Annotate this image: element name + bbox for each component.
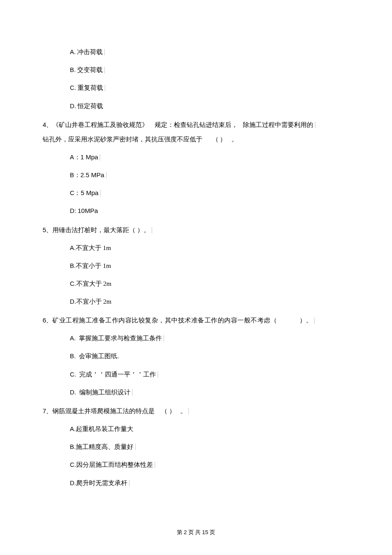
cursor-mark	[135, 444, 135, 450]
q5-option-b: B.不宜小于 1m	[70, 261, 349, 271]
document-page: A. 冲击荷载 B. 交变荷载 C. 重复荷载 D. 恒定荷载 4、《矿山井巷工…	[0, 0, 392, 555]
q6-stem-part-a: 、	[46, 317, 52, 324]
cursor-mark	[106, 172, 107, 178]
q7-option-b: B.施工精度高、质量好	[70, 442, 349, 452]
footer-text-c: 页	[208, 529, 215, 535]
q6-stem: 6、矿业工程施工准备工作内容比较复杂，其中技术准备工作的内容一般不考虑（ ）。	[43, 315, 349, 325]
option-text: 会审施工图纸.	[79, 353, 119, 359]
q4-stem-line2-b: （ ）	[212, 136, 227, 143]
q5-option-a: A.不宜大于 1m	[70, 243, 349, 253]
option-letter: B.	[70, 443, 76, 450]
q6-option-d: D. 编制施工组织设计	[70, 387, 349, 397]
option-letter: B.	[70, 66, 76, 73]
cursor-mark	[129, 480, 130, 486]
option-text: 不宜小于 1m	[76, 262, 111, 269]
q6-stem-part-b: 矿业工程施工准备工作内容比较复杂，其中技术准备工作的内容一般不考虑（	[52, 317, 277, 324]
option-letter: B.	[70, 353, 76, 359]
footer-text-a: 第	[177, 529, 184, 535]
cursor-mark	[132, 389, 133, 396]
q6-stem-part-c: ）。	[300, 317, 312, 324]
option-text: 掌握施工要求与检查施工条件	[79, 335, 162, 342]
q6-option-b: B. 会审施工图纸.	[70, 351, 349, 361]
option-letter: A.	[70, 426, 76, 432]
option-text: 不宜小于 2m	[76, 298, 112, 305]
option-letter: A.	[70, 335, 76, 342]
q4-option-a: A：1 Mpa	[70, 152, 349, 162]
option-text: 爬升时无需支承杆	[76, 480, 127, 486]
cursor-mark	[314, 317, 314, 324]
cursor-mark	[104, 67, 105, 73]
q3-options: A. 冲击荷载 B. 交变荷载 C. 重复荷载 D. 恒定荷载	[70, 47, 349, 111]
q4-stem-part-b: 规定：检查钻孔钻进结束后，	[155, 121, 238, 128]
q5-options: A.不宜大于 1m B.不宜小于 1m C.不宜大于 2m D.不宜小于 2m	[70, 243, 349, 307]
option-letter: D.	[70, 389, 76, 396]
option-text: 10MPa	[78, 207, 98, 214]
option-text: 冲击荷载	[77, 49, 103, 55]
cursor-mark	[188, 408, 189, 414]
cursor-mark	[104, 49, 105, 55]
q7-stem-part-b: （ ）	[161, 408, 176, 414]
option-letter: B.	[70, 262, 76, 269]
q4-options: A：1 Mpa B：2.5 MPa C：5 Mpa D: 10MPa	[70, 152, 349, 216]
q7-stem: 7、钢筋混凝土井塔爬模施工法的特点是 （ ） 。	[43, 406, 349, 416]
q4-option-d: D: 10MPa	[70, 206, 349, 216]
option-text: 不宜大于 2m	[76, 280, 112, 287]
option-letter: C.	[70, 371, 76, 378]
q4-stem-part-c: 除施工过程中需要利用的	[243, 121, 313, 128]
option-letter: D.	[70, 103, 76, 109]
option-text: 5 Mpa	[81, 189, 98, 196]
q5-stem: 5、用锤击法打桩时，最大落距（ ）。	[43, 225, 349, 235]
footer-page-total: 15	[202, 529, 208, 535]
option-letter: C：	[70, 190, 81, 196]
cursor-mark	[158, 371, 158, 378]
option-text: 1 Mpa	[81, 153, 98, 161]
option-letter: D.	[70, 480, 76, 486]
q3-option-c: C. 重复荷载	[70, 83, 349, 93]
cursor-mark	[155, 462, 155, 468]
option-letter: C.	[70, 280, 76, 287]
option-text: 施工精度高、质量好	[76, 443, 133, 450]
option-letter: B：	[70, 172, 81, 178]
cursor-mark	[100, 154, 100, 161]
q7-stem-part-a: 、钢筋混凝土井塔爬模施工法的特点是	[46, 408, 155, 414]
cursor-mark	[152, 227, 152, 233]
q4-option-b: B：2.5 MPa	[70, 170, 349, 180]
page-footer: 第 2 页 共 15 页	[0, 528, 392, 537]
option-text: 交变荷载	[77, 66, 103, 73]
q4-stem-line2-a: 钻孔外，应采用水泥砂浆严密封堵，其抗压强度不应低于	[43, 136, 202, 143]
q3-option-a: A. 冲击荷载	[70, 47, 349, 57]
option-text: 不宜大于 1m	[76, 244, 111, 251]
q7-option-c: C.因分层施工而结构整体性差	[70, 460, 349, 470]
q5-stem-text: 、用锤击法打桩时，最大落距（ ）。	[46, 227, 150, 233]
cursor-mark	[105, 85, 105, 91]
q7-option-a: A.起重机吊装工作量大	[70, 424, 349, 434]
q7-stem-part-c: 。	[180, 408, 187, 414]
option-letter: D:	[70, 207, 76, 214]
option-text: 2.5 MPa	[81, 171, 104, 178]
q6-option-c: C. 完成＇＇四通一平＇＇工作	[70, 369, 349, 380]
option-letter: A：	[70, 154, 81, 161]
q4-stem: 4、《矿山井巷工程施工及验收规范》 规定：检查钻孔钻进结束后， 除施工过程中需要…	[43, 120, 349, 144]
q7-option-d: D.爬升时无需支承杆	[70, 478, 349, 488]
q4-option-c: C：5 Mpa	[70, 188, 349, 198]
option-text: 重复荷载	[78, 84, 103, 91]
q4-stem-part-a: 、《矿山井巷工程施工及验收规范》	[46, 121, 148, 128]
option-text: 因分层施工而结构整体性差	[76, 461, 153, 468]
cursor-mark	[100, 190, 101, 196]
cursor-mark	[315, 122, 315, 128]
option-letter: D.	[70, 298, 76, 305]
option-text: 起重机吊装工作量大	[76, 426, 133, 432]
q3-option-b: B. 交变荷载	[70, 65, 349, 75]
footer-text-b: 页 共	[187, 529, 202, 535]
q3-option-d: D. 恒定荷载	[70, 101, 349, 111]
q5-option-d: D.不宜小于 2m	[70, 296, 349, 307]
cursor-mark	[164, 335, 164, 342]
option-letter: C.	[70, 84, 76, 91]
q6-options: A. 掌握施工要求与检查施工条件 B. 会审施工图纸. C. 完成＇＇四通一平＇…	[70, 333, 349, 397]
option-letter: A.	[70, 49, 76, 55]
option-letter: A.	[70, 244, 76, 251]
option-text: 完成＇＇四通一平＇＇工作	[79, 371, 156, 378]
q7-options: A.起重机吊装工作量大 B.施工精度高、质量好 C.因分层施工而结构整体性差 D…	[70, 424, 349, 488]
option-text: 编制施工组织设计	[79, 389, 130, 396]
footer-page-current: 2	[184, 529, 187, 535]
